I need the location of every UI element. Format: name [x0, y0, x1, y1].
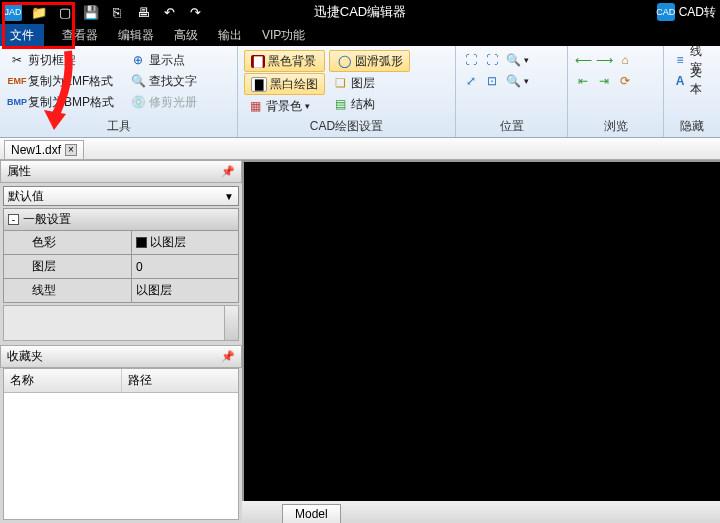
prop-row-layer[interactable]: 图层 0 [3, 255, 239, 279]
ribbon-group-browse: ⟵ ⟶ ⌂ ⇤ ⇥ ⟳ 浏览 [568, 46, 664, 137]
zoom-center-button[interactable]: ⊡ [483, 71, 501, 91]
prop-value: 0 [136, 260, 143, 274]
home-button[interactable]: ⌂ [616, 50, 634, 70]
zoom-out-button[interactable]: 🔍▾ [504, 71, 530, 91]
first-button[interactable]: ⇤ [574, 71, 592, 91]
last-icon: ⇥ [596, 73, 612, 89]
refresh-icon: ⟳ [617, 73, 633, 89]
pin-icon[interactable]: 📌 [221, 350, 235, 363]
app-title: 迅捷CAD编辑器 [314, 3, 406, 21]
refresh-button[interactable]: ⟳ [616, 71, 634, 91]
menu-vip[interactable]: VIP功能 [252, 24, 315, 46]
chevron-down-icon: ▼ [224, 191, 234, 202]
zoom-in-button[interactable]: 🔍▾ [504, 50, 530, 70]
model-tab[interactable]: Model [282, 504, 341, 523]
new-icon[interactable]: ▢ [56, 3, 74, 21]
black-bg-button[interactable]: ▇黑色背景 [244, 50, 325, 72]
zoom-extents-button[interactable]: ⛶ [483, 50, 501, 70]
col-path[interactable]: 路径 [122, 369, 158, 392]
save-icon[interactable]: 💾 [82, 3, 100, 21]
ribbon-group-position: ⛶ ⛶ 🔍▾ ⤢ ⊡ 🔍▾ 位置 [456, 46, 568, 137]
arc-icon: ◯ [336, 53, 352, 69]
arrow-left-icon: ⟵ [575, 52, 591, 68]
prop-row-color[interactable]: 色彩 以图层 [3, 231, 239, 255]
collapse-icon[interactable]: - [8, 214, 19, 225]
copy-emf-button[interactable]: EMF复制为EMF格式 [6, 71, 117, 91]
canvas-wrap: Model [242, 160, 720, 523]
ribbon-cad-label: CAD绘图设置 [244, 117, 449, 137]
prop-value: 以图层 [150, 234, 186, 251]
ribbon-hide-label: 隐藏 [670, 117, 714, 137]
left-pane: 属性 📌 默认值 ▼ - 一般设置 色彩 以图层 图层 0 线型 以图层 [0, 160, 242, 523]
zoom-in-icon: 🔍 [505, 52, 521, 68]
find-text-button[interactable]: 🔍查找文字 [127, 71, 200, 91]
redo-icon[interactable]: ↷ [186, 3, 204, 21]
zoom-center-icon: ⊡ [484, 73, 500, 89]
arrow-right-icon: ⟶ [596, 52, 612, 68]
trim-disc-button: 💿修剪光册 [127, 92, 200, 112]
ribbon-position-label: 位置 [462, 117, 561, 137]
combo-value: 默认值 [8, 188, 44, 205]
scissors-icon: ✂ [9, 52, 25, 68]
menu-viewer[interactable]: 查看器 [44, 24, 108, 46]
fill-icon: ▇ [251, 55, 265, 68]
favorites-panel-title: 收藏夹 📌 [0, 345, 242, 368]
title-bar: JAD 📁 ▢ 💾 ⎘ 🖶 ↶ ↷ 迅捷CAD编辑器 CAD CAD转 [0, 0, 720, 24]
first-icon: ⇤ [575, 73, 591, 89]
prop-key: 色彩 [4, 231, 132, 254]
menu-bar: 文件 查看器 编辑器 高级 输出 VIP功能 [0, 24, 720, 46]
fit-button[interactable]: ⤢ [462, 71, 480, 91]
color-swatch [136, 237, 147, 248]
disc-icon: 💿 [130, 94, 146, 110]
close-icon[interactable]: × [65, 144, 77, 156]
emf-icon: EMF [9, 73, 25, 89]
prop-group-general[interactable]: - 一般设置 [3, 208, 239, 231]
bg-color-button[interactable]: ▦背景色 ▾ [244, 96, 325, 116]
structure-button[interactable]: ▤结构 [329, 94, 410, 114]
undo-icon[interactable]: ↶ [160, 3, 178, 21]
last-button[interactable]: ⇥ [595, 71, 613, 91]
zoom-window-button[interactable]: ⛶ [462, 50, 480, 70]
ribbon-group-hide: ≡线宽 A文本 隐藏 [664, 46, 720, 137]
linewidth-icon: ≡ [673, 52, 687, 68]
prop-key: 线型 [4, 279, 132, 302]
property-grid: - 一般设置 色彩 以图层 图层 0 线型 以图层 [3, 208, 239, 303]
menu-file[interactable]: 文件 [0, 24, 44, 46]
text-button[interactable]: A文本 [670, 71, 714, 91]
ribbon: ✂剪切框架 EMF复制为EMF格式 BMP复制为BMP格式 ⊕显示点 🔍查找文字… [0, 46, 720, 138]
prev-button[interactable]: ⟵ [574, 50, 592, 70]
col-name[interactable]: 名称 [4, 369, 122, 392]
palette-icon: ▦ [247, 98, 263, 114]
zoom-extents-icon: ⛶ [484, 52, 500, 68]
doc-tab-new1[interactable]: New1.dxf × [4, 140, 84, 159]
fill-icon: ▇ [251, 77, 267, 92]
prop-key: 图层 [4, 255, 132, 278]
cut-frame-button[interactable]: ✂剪切框架 [6, 50, 117, 70]
drawing-canvas[interactable] [244, 162, 720, 501]
menu-advanced[interactable]: 高级 [164, 24, 208, 46]
ribbon-group-tools: ✂剪切框架 EMF复制为EMF格式 BMP复制为BMP格式 ⊕显示点 🔍查找文字… [0, 46, 238, 137]
bw-draw-button[interactable]: ▇黑白绘图 [244, 73, 325, 95]
layer-button[interactable]: ❏图层 [329, 73, 410, 93]
crosshair-icon: ⊕ [130, 52, 146, 68]
prop-row-linetype[interactable]: 线型 以图层 [3, 279, 239, 303]
cad-convert-button[interactable]: CAD CAD转 [657, 3, 716, 21]
home-icon: ⌂ [617, 52, 633, 68]
smooth-arc-button[interactable]: ◯圆滑弧形 [329, 50, 410, 72]
print-icon[interactable]: 🖶 [134, 3, 152, 21]
cad-convert-label: CAD转 [679, 4, 716, 21]
ribbon-tools-label: 工具 [6, 117, 231, 137]
pin-icon[interactable]: 📌 [221, 165, 235, 178]
show-point-button[interactable]: ⊕显示点 [127, 50, 200, 70]
menu-output[interactable]: 输出 [208, 24, 252, 46]
open-icon[interactable]: 📁 [30, 3, 48, 21]
layers-icon: ❏ [332, 75, 348, 91]
copy-bmp-button[interactable]: BMP复制为BMP格式 [6, 92, 117, 112]
next-button[interactable]: ⟶ [595, 50, 613, 70]
default-combo[interactable]: 默认值 ▼ [3, 186, 239, 206]
document-tabs: New1.dxf × [0, 138, 720, 160]
copy-icon[interactable]: ⎘ [108, 3, 126, 21]
doc-tab-label: New1.dxf [11, 143, 61, 157]
menu-editor[interactable]: 编辑器 [108, 24, 164, 46]
fit-icon: ⤢ [463, 73, 479, 89]
